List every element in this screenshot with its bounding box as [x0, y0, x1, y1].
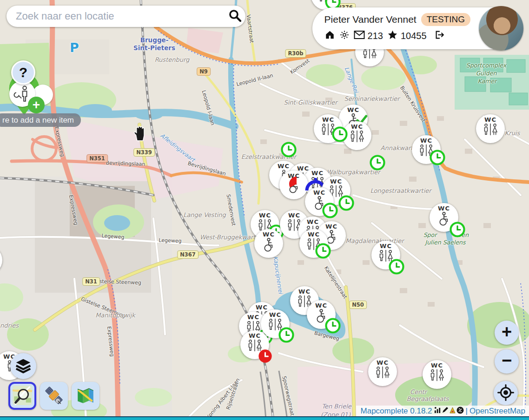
bottom-theme-bar [0, 416, 529, 420]
mapcomplete-app: PBrugge-Sint-PietersRustenburgVaartstraa… [0, 0, 529, 420]
zoom-in-button[interactable]: + [495, 321, 519, 345]
osm-map-magnifier-icon [12, 385, 33, 407]
search-button[interactable] [224, 6, 245, 27]
community-icon[interactable] [456, 407, 464, 416]
clock-green-badge [322, 203, 338, 218]
messages-count: 213 [368, 31, 383, 41]
map-marker-wheelchair[interactable]: WC [254, 229, 283, 258]
map-marker-wheelchair[interactable]: WC [307, 300, 336, 329]
clock-green-badge [315, 243, 331, 259]
add-plus-button[interactable]: + [28, 97, 45, 113]
clock-green-badge [450, 222, 465, 237]
map-markers-layer: WCWCWCWCWCWCWCWCWCWCWCWCWCWCWCWCWCWCWCWC… [0, 0, 529, 420]
search-input[interactable] [7, 10, 224, 22]
testing-badge: TESTING [421, 13, 470, 26]
clock-green-badge[interactable] [332, 126, 348, 142]
home-icon[interactable] [324, 30, 335, 42]
user-panel[interactable]: Pieter Vander Vennet TESTING 213 [312, 7, 522, 49]
geolocate-button[interactable] [494, 381, 518, 405]
app-version[interactable]: Mapcomplete 0.18.2 [361, 407, 432, 416]
messages-envelope-icon[interactable] [354, 30, 365, 42]
clock-green-badge [325, 318, 341, 334]
logout-icon[interactable] [434, 30, 445, 42]
plus-icon: + [502, 323, 512, 341]
pan-hand-cursor [133, 125, 147, 143]
add-item-tooltip: re to add a new item [0, 113, 81, 127]
zoom-out-button[interactable]: − [495, 349, 519, 374]
map-marker-wheelchair[interactable]: WC [430, 203, 458, 232]
clock-green-badge[interactable] [370, 155, 385, 171]
edit-pen-icon[interactable] [442, 407, 449, 416]
map-marker-pair[interactable]: WC [476, 114, 505, 143]
map-marker-pair[interactable]: WC [423, 360, 451, 389]
clock-green-badge [389, 259, 404, 275]
basemap-style-row [8, 382, 99, 410]
clock-green-badge [338, 195, 354, 211]
search-bar [7, 6, 245, 27]
basemap-paper-map-button[interactable] [72, 382, 99, 410]
layers-icon [14, 357, 32, 376]
folded-map-icon [76, 386, 95, 407]
clock-red-badge [258, 349, 274, 365]
map-marker-pair[interactable]: WC [412, 135, 441, 164]
settings-gear-icon[interactable] [339, 30, 350, 42]
basemap-osm-button[interactable] [8, 382, 36, 410]
basemap-satellite-button[interactable] [40, 382, 68, 410]
attribution-bar: Mapcomplete 0.18.2 | OpenStreetMap [356, 406, 529, 417]
contributor-stats-icon[interactable] [434, 407, 441, 416]
map-marker-pair[interactable]: WC [0, 246, 2, 275]
map-marker-pair[interactable]: WC [371, 241, 400, 269]
minus-icon: − [502, 352, 512, 369]
search-icon [228, 9, 242, 24]
star-count: 10455 [401, 31, 427, 41]
user-name: Pieter Vander Vennet [324, 14, 417, 25]
map-marker-pair[interactable]: WC [368, 357, 397, 386]
clock-green-badge [278, 327, 294, 343]
help-button[interactable]: ? [11, 60, 35, 85]
map-marker-pair[interactable]: WC [299, 229, 328, 258]
crosshair-icon [497, 384, 514, 402]
map-marker-pair[interactable]: WC [240, 330, 269, 359]
theme-icon[interactable] [449, 407, 456, 416]
attribution-divider: | [466, 407, 468, 416]
clock-green-badge[interactable] [281, 142, 297, 158]
star-icon[interactable] [387, 30, 398, 42]
satellite-icon [44, 386, 64, 407]
clock-green-badge [430, 150, 445, 165]
map-marker-wheelchair[interactable]: WC [305, 187, 334, 216]
osm-attribution-link[interactable]: OpenStreetMap [469, 407, 525, 416]
layers-button[interactable] [10, 353, 36, 379]
avatar[interactable] [479, 6, 523, 51]
